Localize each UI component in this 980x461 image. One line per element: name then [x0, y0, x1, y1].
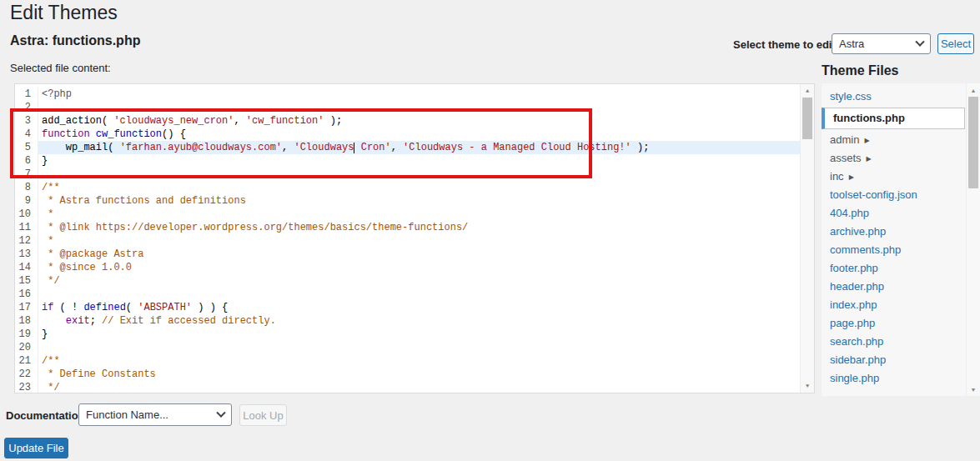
code-text: * Astra functions and definitions — [38, 194, 800, 208]
theme-file-sidebar.php[interactable]: sidebar.php — [822, 351, 965, 369]
code-line[interactable]: 16 — [15, 288, 814, 301]
scroll-up-icon[interactable]: ▲ — [967, 84, 980, 96]
file-label: functions.php — [833, 112, 905, 124]
theme-folder-admin[interactable]: admin▶ — [822, 131, 965, 149]
theme-file-footer.php[interactable]: footer.php — [822, 259, 965, 278]
code-text: * Define Constants — [38, 368, 800, 381]
line-number: 15 — [15, 274, 38, 288]
file-label: archive.php — [830, 225, 886, 238]
code-line[interactable]: 5 wp_mail( 'farhan.ayub@cloudways.com', … — [15, 141, 814, 154]
file-label: page.php — [830, 317, 875, 329]
code-text: */ — [38, 381, 800, 393]
code-text: } — [38, 328, 800, 341]
scroll-down-icon[interactable]: ▼ — [801, 380, 814, 392]
code-line[interactable]: 9 * Astra functions and definitions — [15, 194, 814, 208]
folder-expand-icon: ▶ — [867, 155, 872, 163]
line-number: 20 — [15, 341, 38, 354]
theme-folder-inc[interactable]: inc▶ — [822, 168, 965, 186]
code-line[interactable]: 7 — [15, 168, 814, 181]
code-text: } — [38, 154, 800, 168]
line-number: 17 — [15, 301, 38, 314]
file-label: assets — [830, 152, 862, 164]
theme-files-scrollbar[interactable]: ▲ ▼ — [966, 83, 980, 396]
update-file-button[interactable]: Update File — [4, 438, 68, 458]
code-text — [38, 288, 800, 301]
line-number: 4 — [15, 128, 38, 141]
line-number: 11 — [15, 221, 38, 234]
scroll-down-icon[interactable]: ▼ — [967, 383, 980, 395]
file-label: style.css — [830, 90, 872, 103]
theme-file-index.php[interactable]: index.php — [822, 296, 965, 314]
theme-select-value: Astra — [839, 38, 864, 50]
theme-file-page.php[interactable]: page.php — [822, 314, 965, 333]
code-line[interactable]: 4function cw_function() { — [15, 128, 814, 141]
theme-file-search.php[interactable]: search.php — [822, 333, 965, 351]
file-label: admin — [830, 133, 859, 146]
look-up-button[interactable]: Look Up — [239, 404, 287, 426]
theme-file-single.php[interactable]: single.php — [822, 369, 965, 388]
theme-folder-assets[interactable]: assets▶ — [822, 149, 965, 168]
documentation-select-value: Function Name... — [86, 408, 168, 421]
theme-file-toolset-config.json[interactable]: toolset-config.json — [822, 186, 965, 204]
code-line[interactable]: 22 * Define Constants — [15, 368, 814, 381]
code-lines: 1<?php23add_action( 'cloudways_new_cron'… — [15, 88, 814, 393]
documentation-select-dropdown[interactable]: Function Name... — [78, 403, 232, 426]
code-text: add_action( 'cloudways_new_cron', 'cw_fu… — [38, 114, 800, 128]
code-line[interactable]: 1<?php — [15, 88, 814, 101]
code-text: if ( ! defined( 'ABSPATH' ) ) { — [38, 301, 800, 314]
code-line[interactable]: 6} — [15, 154, 814, 168]
line-number: 21 — [15, 354, 38, 368]
theme-select-dropdown[interactable]: Astra — [832, 33, 931, 54]
theme-file-style.css[interactable]: style.css — [822, 88, 965, 106]
folder-expand-icon: ▶ — [849, 173, 854, 181]
code-line[interactable]: 18 exit; // Exit if accessed directly. — [15, 314, 814, 328]
code-text: * @package Astra — [38, 248, 800, 261]
page-title: Edit Themes — [10, 2, 118, 24]
select-theme-label: Select theme to edit: — [733, 38, 839, 51]
theme-file-archive.php[interactable]: archive.php — [822, 223, 965, 241]
code-line[interactable]: 15 */ — [15, 274, 814, 288]
select-theme-button[interactable]: Select — [937, 33, 974, 54]
code-line[interactable]: 19} — [15, 328, 814, 341]
code-line[interactable]: 12 * — [15, 234, 814, 248]
theme-files-scrollbar-thumb[interactable] — [968, 97, 978, 188]
code-line[interactable]: 2 — [15, 101, 814, 114]
line-number: 19 — [15, 328, 38, 341]
code-text: /** — [38, 181, 800, 194]
line-number: 16 — [15, 288, 38, 301]
edit-themes-page: Edit Themes Astra: functions.php Selecte… — [0, 0, 980, 461]
line-number: 18 — [15, 314, 38, 328]
code-line[interactable]: 20 — [15, 341, 814, 354]
line-number: 8 — [15, 181, 38, 194]
file-label: footer.php — [830, 262, 878, 274]
line-number: 2 — [15, 101, 38, 114]
file-label: 404.php — [830, 207, 869, 219]
code-line[interactable]: 10 * — [15, 208, 814, 221]
line-number: 13 — [15, 248, 38, 261]
theme-file-header.php[interactable]: header.php — [822, 278, 965, 296]
theme-file-404.php[interactable]: 404.php — [822, 204, 965, 223]
code-line[interactable]: 21/** — [15, 354, 814, 368]
code-line[interactable]: 13 * @package Astra — [15, 248, 814, 261]
line-number: 7 — [15, 168, 38, 181]
scroll-up-icon[interactable]: ▲ — [801, 85, 814, 97]
code-line[interactable]: 11 * @link https://developer.wordpress.o… — [15, 221, 814, 234]
line-number: 1 — [15, 88, 38, 101]
code-editor[interactable]: 1<?php23add_action( 'cloudways_new_cron'… — [14, 83, 815, 393]
code-text: */ — [38, 274, 800, 288]
code-line[interactable]: 17if ( ! defined( 'ABSPATH' ) ) { — [15, 301, 814, 314]
theme-file-comments.php[interactable]: comments.php — [822, 241, 965, 259]
code-line[interactable]: 23 */ — [15, 381, 814, 393]
theme-file-functions.php[interactable]: functions.php — [822, 108, 965, 129]
editor-scrollbar-thumb[interactable] — [802, 98, 812, 139]
file-label: search.php — [830, 335, 883, 348]
code-line[interactable]: 14 * @since 1.0.0 — [15, 261, 814, 274]
editor-scrollbar[interactable]: ▲ ▼ — [800, 84, 814, 393]
chevron-down-icon — [216, 408, 225, 417]
folder-expand-icon: ▶ — [864, 137, 869, 144]
code-line[interactable]: 3add_action( 'cloudways_new_cron', 'cw_f… — [15, 114, 814, 128]
code-line[interactable]: 8/** — [15, 181, 814, 194]
selected-file-content-label: Selected file content: — [10, 62, 111, 74]
file-label: single.php — [830, 372, 879, 384]
code-text: * @since 1.0.0 — [38, 261, 800, 274]
